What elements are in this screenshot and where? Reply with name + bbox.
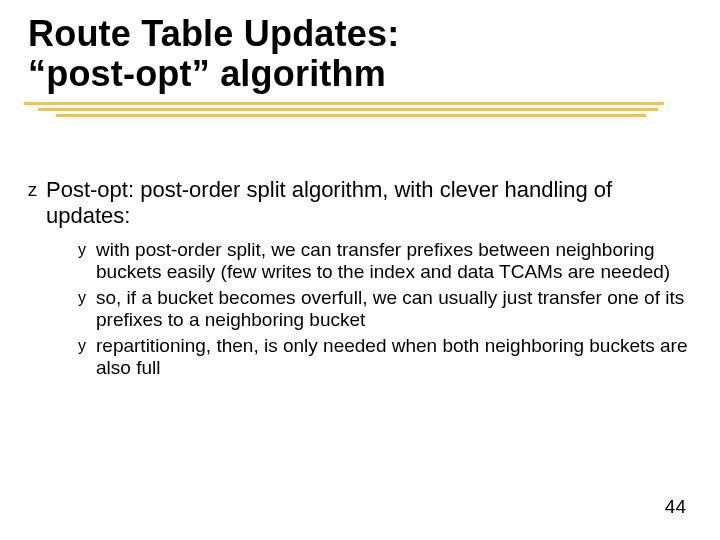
list-item: y repartitioning, then, is only needed w… xyxy=(78,335,692,379)
bullet-icon: y xyxy=(78,239,96,261)
underline-stroke xyxy=(38,108,658,111)
page-number: 44 xyxy=(665,496,686,518)
list-item-text: repartitioning, then, is only needed whe… xyxy=(96,335,692,379)
sublist: y with post-order split, we can transfer… xyxy=(78,239,692,379)
list-item: y so, if a bucket becomes overfull, we c… xyxy=(78,287,692,331)
slide: Route Table Updates: “post-opt” algorith… xyxy=(0,0,720,540)
list-item: z Post-opt: post-order split algorithm, … xyxy=(28,177,692,229)
bullet-icon: y xyxy=(78,287,96,309)
list-item-text: with post-order split, we can transfer p… xyxy=(96,239,692,283)
list-item-text: so, if a bucket becomes overfull, we can… xyxy=(96,287,692,331)
underline-stroke xyxy=(56,114,646,117)
underline-stroke xyxy=(24,102,664,105)
bullet-icon: y xyxy=(78,335,96,357)
list-item-text: Post-opt: post-order split algorithm, wi… xyxy=(46,177,692,229)
bullet-icon: z xyxy=(28,177,46,203)
title-underline xyxy=(24,102,664,120)
slide-title-line1: Route Table Updates: xyxy=(28,14,692,54)
list-item: y with post-order split, we can transfer… xyxy=(78,239,692,283)
slide-title-line2: “post-opt” algorithm xyxy=(28,54,692,94)
body-text: z Post-opt: post-order split algorithm, … xyxy=(28,177,692,379)
title-block: Route Table Updates: “post-opt” algorith… xyxy=(28,14,692,95)
